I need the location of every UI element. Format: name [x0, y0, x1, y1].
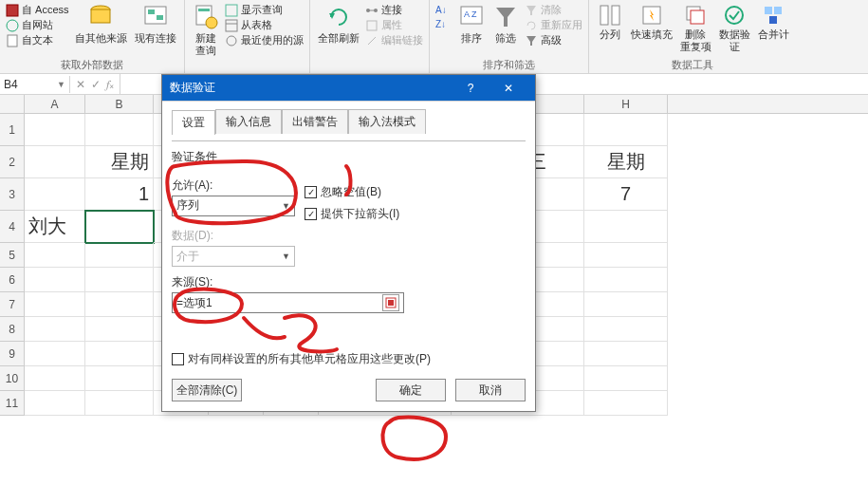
col-header[interactable]: A: [25, 95, 85, 113]
tab-error-alert[interactable]: 出错警告: [282, 109, 348, 134]
sort-desc-button[interactable]: Z↓: [435, 17, 452, 30]
row-header[interactable]: 3: [0, 178, 25, 211]
active-cell[interactable]: [85, 211, 154, 243]
cell[interactable]: 刘大: [25, 211, 85, 243]
help-button[interactable]: [452, 75, 489, 102]
new-query-button[interactable]: 新建 查询: [189, 2, 223, 59]
cell[interactable]: 星期: [584, 146, 668, 178]
tab-input-message[interactable]: 输入信息: [215, 109, 282, 134]
row-header[interactable]: 5: [0, 243, 25, 268]
svg-point-16: [366, 9, 370, 12]
dialog-titlebar[interactable]: 数据验证: [162, 75, 535, 102]
row-header[interactable]: 2: [0, 146, 25, 178]
filter-button[interactable]: 筛选: [489, 2, 523, 47]
svg-rect-35: [769, 16, 777, 24]
range-ref-icon: [385, 297, 397, 308]
existing-connections-button[interactable]: 现有连接: [131, 2, 180, 47]
ribbon: 自 Access 自网站 自文本 自其他来源 现有连接 获取外部数据 新建 查询…: [0, 0, 868, 74]
show-queries-button[interactable]: 显示查询: [225, 3, 304, 17]
svg-rect-6: [148, 9, 155, 14]
ribbon-group-transform: 新建 查询 显示查询 从表格 最近使用的源: [185, 0, 310, 73]
clear-all-button[interactable]: 全部清除(C): [172, 379, 242, 401]
allow-label: 允许(A):: [172, 177, 295, 194]
svg-marker-24: [526, 6, 536, 15]
svg-rect-27: [612, 6, 619, 25]
close-button[interactable]: [489, 75, 527, 102]
row-header[interactable]: 8: [0, 317, 25, 342]
data-validation-dialog: 数据验证 设置 输入信息 出错警告 输入法模式 验证条件 允许(A): 序列▼ …: [161, 74, 536, 412]
apply-all-checkbox[interactable]: 对有同样设置的所有其他单元格应用这些更改(P): [172, 351, 526, 367]
properties-button: 属性: [365, 18, 423, 32]
from-web-button[interactable]: 自网站: [6, 18, 69, 32]
advanced-filter-button[interactable]: 高级: [525, 33, 582, 47]
from-text-button[interactable]: 自文本: [6, 33, 69, 47]
tab-settings[interactable]: 设置: [172, 110, 215, 135]
tab-ime-mode[interactable]: 输入法模式: [348, 109, 426, 134]
source-label: 来源(S):: [172, 274, 526, 290]
select-all-corner[interactable]: [0, 95, 25, 113]
row-header[interactable]: 11: [0, 391, 25, 416]
row-header[interactable]: 6: [0, 268, 25, 292]
connections-button[interactable]: 连接: [365, 3, 423, 17]
cell[interactable]: 1: [85, 178, 154, 211]
svg-text:Z↓: Z↓: [435, 19, 446, 29]
svg-point-32: [726, 7, 743, 24]
connection-icon: [142, 4, 169, 30]
row-header[interactable]: 9: [0, 342, 25, 366]
col-header[interactable]: H: [584, 95, 668, 113]
row-header[interactable]: 10: [0, 366, 25, 391]
range-picker-button[interactable]: [382, 294, 399, 311]
ribbon-group-label: 数据工具: [593, 57, 793, 73]
fx-icon[interactable]: 𝑓ₓ: [106, 78, 114, 91]
ribbon-group-data-tools: 分列 快速填充 删除 重复项 数据验 证 合并计 数据工具: [589, 0, 797, 73]
edit-links-button: 编辑链接: [365, 33, 423, 47]
svg-marker-25: [526, 36, 536, 46]
database-icon: [87, 4, 114, 30]
cell[interactable]: 7: [584, 178, 668, 211]
svg-rect-12: [226, 20, 237, 31]
clear-filter-button: 清除: [525, 3, 582, 17]
section-label: 验证条件: [172, 149, 526, 165]
row-header[interactable]: 4: [0, 211, 25, 243]
recent-sources-button[interactable]: 最近使用的源: [225, 33, 304, 47]
cell[interactable]: 星期: [85, 146, 154, 178]
svg-point-10: [206, 17, 217, 28]
funnel-icon: [492, 4, 519, 30]
svg-text:A↓: A↓: [435, 5, 447, 15]
consolidate-button[interactable]: 合并计: [754, 2, 793, 43]
svg-marker-15: [329, 13, 335, 19]
flash-fill-icon: [640, 4, 663, 27]
dialog-title: 数据验证: [170, 80, 215, 96]
source-input[interactable]: =选项1: [172, 292, 404, 313]
from-access-button[interactable]: 自 Access: [6, 3, 69, 17]
refresh-all-button[interactable]: 全部刷新: [314, 2, 363, 47]
data-select: 介于▼: [172, 246, 295, 267]
ribbon-group-label: [314, 60, 425, 73]
svg-rect-26: [600, 6, 608, 25]
svg-point-1: [7, 20, 18, 31]
svg-text:A Z: A Z: [464, 9, 477, 19]
ok-button[interactable]: 确定: [376, 379, 446, 401]
from-table-button[interactable]: 从表格: [225, 18, 304, 32]
svg-marker-23: [496, 8, 515, 27]
col-header[interactable]: B: [85, 95, 154, 113]
data-validation-button[interactable]: 数据验 证: [715, 2, 754, 55]
cancel-button[interactable]: 取消: [455, 379, 526, 401]
sort-asc-button[interactable]: A↓: [435, 3, 452, 16]
text-to-columns-button[interactable]: 分列: [593, 2, 627, 43]
row-header[interactable]: 7: [0, 292, 25, 317]
row-header[interactable]: 1: [0, 114, 25, 146]
ribbon-group-connections: 全部刷新 连接 属性 编辑链接: [310, 0, 430, 73]
name-box[interactable]: B4▼: [0, 76, 70, 93]
svg-rect-37: [388, 300, 394, 306]
remove-duplicates-button[interactable]: 删除 重复项: [676, 2, 715, 55]
data-label: 数据(D):: [172, 228, 526, 244]
from-other-sources-button[interactable]: 自其他来源: [71, 2, 131, 47]
flash-fill-button[interactable]: 快速填充: [627, 2, 676, 43]
in-cell-dropdown-checkbox[interactable]: ✓提供下拉箭头(I): [305, 206, 399, 222]
sort-button[interactable]: A Z 排序: [454, 2, 489, 47]
validation-icon: [723, 4, 746, 27]
ignore-blank-checkbox[interactable]: ✓忽略空值(B): [305, 184, 399, 200]
svg-rect-2: [8, 35, 17, 47]
allow-select[interactable]: 序列▼: [172, 196, 295, 216]
